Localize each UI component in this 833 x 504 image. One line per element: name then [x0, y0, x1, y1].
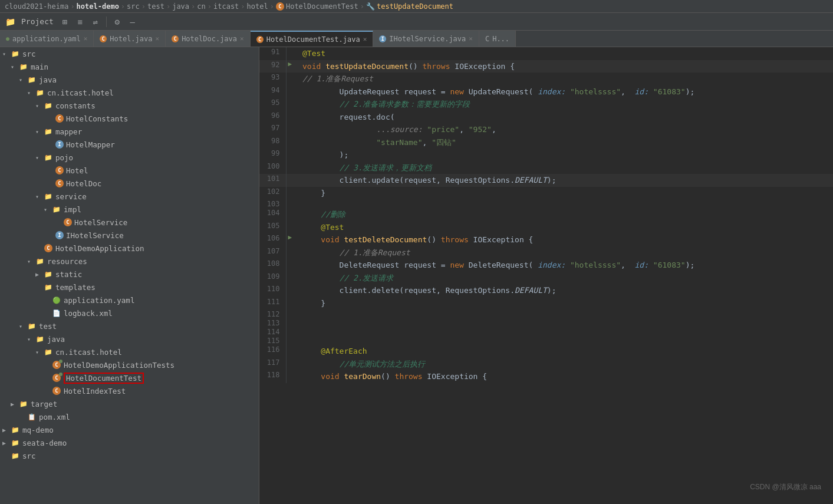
tree-item-cn-itcast-test[interactable]: ▾ 📁 cn.itcast.hotel — [0, 345, 259, 358]
line-number: 105 — [259, 221, 286, 234]
code-line-111: 111 } — [259, 297, 833, 310]
code-line-105: 105 @Test — [259, 221, 833, 234]
tree-label: static — [55, 270, 82, 279]
expand-icon[interactable]: ⊞ — [58, 15, 71, 28]
settings-icon[interactable]: ⚙ — [111, 15, 124, 28]
tree-item-hotelmapper[interactable]: ▾ I HotelMapper — [0, 138, 259, 151]
tree-label: HotelDoc — [66, 179, 101, 188]
sync-icon[interactable]: ⇌ — [89, 15, 102, 28]
code-line-109: 109 // 2.发送请求 — [259, 272, 833, 285]
line-code: @Test — [298, 221, 833, 234]
tree-item-pojo[interactable]: ▾ 📁 pojo — [0, 151, 259, 164]
line-code: } — [298, 187, 833, 200]
toolbar: 📁 Project ⊞ ≡ ⇌ ⚙ — — [0, 13, 833, 31]
line-code[interactable]: ...source: "price", "952", — [298, 123, 833, 136]
tree-item-java-main[interactable]: ▾ 📁 java — [0, 73, 259, 86]
line-number: 96 — [259, 111, 286, 124]
tab-hotel-java[interactable]: C Hotel.java ✕ — [94, 31, 166, 47]
tree-item-test[interactable]: ▾ 📁 test — [0, 319, 259, 332]
tab-close-icon[interactable]: ✕ — [363, 35, 367, 43]
line-number: 98 — [259, 136, 286, 149]
tab-ihotelservice-java[interactable]: I IHotelService.java ✕ — [373, 31, 479, 47]
tree-label: constants — [55, 101, 96, 110]
line-code[interactable]: "starName", "四钻" — [298, 136, 833, 149]
tree-item-mq-demo[interactable]: ▶ 📁 mq-demo — [0, 423, 259, 436]
tree-item-mapper[interactable]: ▾ 📁 mapper — [0, 125, 259, 138]
code-line-115: 115 — [259, 336, 833, 345]
tab-bar: ● application.yaml ✕ C Hotel.java ✕ C Ho… — [0, 31, 833, 47]
tree-item-application-yaml[interactable]: ▾ 🟢 application.yaml — [0, 294, 259, 307]
tab-close-icon[interactable]: ✕ — [156, 35, 160, 42]
tree-item-static[interactable]: ▶ 📁 static — [0, 268, 259, 281]
breadcrumb-item: java — [172, 2, 189, 11]
tab-application-yaml[interactable]: ● application.yaml ✕ — [0, 31, 94, 47]
tab-close-icon[interactable]: ✕ — [469, 35, 473, 42]
line-code: //删除 — [298, 208, 833, 221]
line-code[interactable]: void testDeleteDocument() throws IOExcep… — [298, 233, 833, 246]
tree-item-hoteldemoapp[interactable]: ▾ C HotelDemoApplication — [0, 242, 259, 255]
run-icon-106[interactable]: ▶ — [286, 233, 298, 246]
tab-hoteldoctest-java[interactable]: C HotelDocumentTest.java ✕ — [251, 31, 374, 47]
line-code: // 3.发送请求，更新文档 — [298, 162, 833, 174]
breadcrumb-item: cloud2021-heima — [5, 2, 68, 11]
code-line-95: 95 // 2.准备请求参数：需要更新的字段 — [259, 98, 833, 111]
line-code[interactable]: client.delete(request, RequestOptions.DE… — [298, 284, 833, 297]
tree-item-hotelservice[interactable]: ▾ C HotelService — [0, 216, 259, 229]
line-code[interactable]: request.doc( — [298, 111, 833, 124]
tree-item-ihotelservice[interactable]: ▾ I IHotelService — [0, 229, 259, 242]
run-icon[interactable]: ▶ — [286, 60, 298, 73]
tab-more[interactable]: C H... — [479, 31, 516, 47]
line-gutter — [286, 149, 298, 162]
line-code[interactable]: void testUpdateDocument() throws IOExcep… — [298, 60, 833, 73]
line-number: 100 — [259, 162, 286, 174]
tree-item-impl[interactable]: ▾ 📁 impl — [0, 203, 259, 216]
line-code — [298, 318, 833, 327]
tree-item-logback-xml[interactable]: ▾ 📄 logback.xml — [0, 307, 259, 319]
tree-item-seata-demo[interactable]: ▶ 📁 seata-demo — [0, 436, 259, 449]
line-gutter — [286, 174, 298, 187]
collapse-icon[interactable]: ≡ — [74, 15, 87, 28]
tree-item-hoteldoc[interactable]: ▾ C HotelDoc — [0, 177, 259, 190]
tree-item-templates[interactable]: ▾ 📁 templates — [0, 281, 259, 294]
tree-item-src[interactable]: ▾ 📁 src — [0, 47, 259, 60]
line-code[interactable]: @Test — [298, 47, 833, 60]
tab-hoteldoc-java[interactable]: C HotelDoc.java ✕ — [166, 31, 251, 47]
tree-item-resources[interactable]: ▾ 📁 resources — [0, 255, 259, 268]
tree-item-target[interactable]: ▶ 📁 target — [0, 397, 259, 410]
line-code[interactable]: client.update(request, RequestOptions.DE… — [298, 174, 833, 187]
line-gutter — [286, 85, 298, 98]
code-editor: 91 @Test 92 ▶ void testUpdateDocument() … — [259, 47, 833, 504]
tree-item-java-test[interactable]: ▾ 📁 java — [0, 332, 259, 345]
minimize-icon[interactable]: — — [126, 15, 139, 28]
line-number: 95 — [259, 98, 286, 111]
line-number: 106 — [259, 233, 286, 246]
tree-item-main[interactable]: ▾ 📁 main — [0, 60, 259, 73]
tree-item-src-bottom[interactable]: ▶ 📁 src — [0, 449, 259, 462]
tree-item-cn-itcast[interactable]: ▾ 📁 cn.itcast.hotel — [0, 86, 259, 99]
tab-label: H... — [492, 35, 509, 43]
tab-label: C — [485, 35, 489, 43]
tree-item-hotelconstants[interactable]: ▾ C HotelConstants — [0, 112, 259, 125]
line-gutter — [286, 345, 298, 358]
tab-close-icon[interactable]: ✕ — [84, 35, 88, 42]
line-code — [298, 327, 833, 336]
tree-item-pom-xml[interactable]: ▾ 📋 pom.xml — [0, 410, 259, 423]
code-line-104: 104 //删除 — [259, 208, 833, 221]
tab-close-icon[interactable]: ✕ — [240, 35, 244, 42]
tree-item-hotelindextest[interactable]: ▾ C HotelIndexTest — [0, 384, 259, 397]
code-line-107: 107 // 1.准备Request — [259, 246, 833, 259]
tree-item-constants[interactable]: ▾ 📁 constants — [0, 99, 259, 112]
line-code[interactable]: void tearDown() throws IOException { — [298, 370, 833, 383]
tree-item-service[interactable]: ▾ 📁 service — [0, 190, 259, 203]
line-number: 103 — [259, 199, 286, 208]
code-line-99: 99 ); — [259, 149, 833, 162]
tree-label: src — [22, 452, 36, 460]
tree-label: mq-demo — [22, 426, 54, 434]
line-code[interactable]: UpdateRequest request = new UpdateReques… — [298, 85, 833, 98]
code-line-92: 92 ▶ void testUpdateDocument() throws IO… — [259, 60, 833, 73]
line-code[interactable]: DeleteRequest request = new DeleteReques… — [298, 259, 833, 272]
line-gutter — [286, 98, 298, 111]
tree-item-hotel[interactable]: ▾ C Hotel — [0, 164, 259, 177]
tree-item-hoteldocumenttest[interactable]: ▾ C HotelDocumentTest — [0, 371, 259, 384]
tree-item-hoteldemoapp-tests[interactable]: ▾ C HotelDemoApplicationTests — [0, 358, 259, 371]
